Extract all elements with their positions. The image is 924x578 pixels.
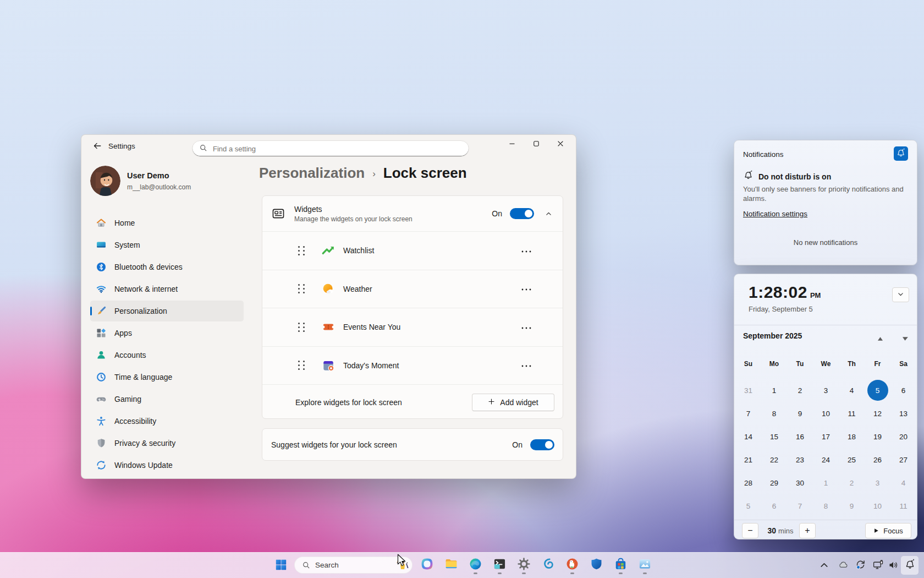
calendar-day[interactable]: 2: [787, 379, 813, 402]
calendar-day[interactable]: 28: [735, 471, 761, 494]
drag-handle-icon[interactable]: [298, 284, 305, 293]
focus-minus-button[interactable]: −: [742, 523, 758, 538]
calendar-day[interactable]: 27: [890, 448, 916, 471]
do-not-disturb-button[interactable]: [894, 146, 908, 161]
calendar-day[interactable]: 10: [813, 402, 839, 425]
calendar-day[interactable]: 24: [813, 448, 839, 471]
sidebar-item-accessibility[interactable]: Accessibility: [90, 411, 244, 432]
start-button[interactable]: [272, 557, 289, 574]
calendar-day[interactable]: 3: [813, 379, 839, 402]
calendar-day[interactable]: 26: [865, 448, 890, 471]
settings-app-button[interactable]: [516, 555, 531, 575]
calendar-day[interactable]: 19: [865, 425, 890, 448]
maximize-button[interactable]: [524, 135, 548, 154]
defender-button[interactable]: [588, 555, 604, 575]
calendar-day[interactable]: 9: [839, 494, 865, 517]
more-options-button[interactable]: [519, 282, 534, 295]
calendar-day[interactable]: 4: [890, 471, 916, 494]
calendar-day[interactable]: 6: [761, 494, 787, 517]
network-tray-icon[interactable]: [871, 559, 884, 572]
taskbar-search[interactable]: Search ♪: [294, 557, 413, 574]
sidebar-item-apps[interactable]: Apps: [90, 323, 244, 343]
breadcrumb-parent[interactable]: Personalization: [259, 165, 365, 182]
calendar-day[interactable]: 12: [865, 402, 890, 425]
settings-search-box[interactable]: [192, 140, 469, 157]
notification-bell-button[interactable]: [901, 556, 919, 575]
back-button[interactable]: [89, 139, 106, 154]
widgets-toggle[interactable]: [510, 208, 534, 219]
calendar-prev-button[interactable]: [876, 334, 884, 344]
more-options-button[interactable]: [519, 359, 534, 372]
add-widget-button[interactable]: Add widget: [472, 394, 554, 411]
close-button[interactable]: [548, 135, 573, 154]
calendar-day[interactable]: 25: [839, 448, 865, 471]
sidebar-item-time-language[interactable]: Time & language: [90, 367, 244, 388]
calendar-day[interactable]: 14: [735, 425, 761, 448]
file-explorer-button[interactable]: [443, 555, 459, 575]
calendar-day[interactable]: 8: [761, 402, 787, 425]
update-tray-icon[interactable]: [854, 559, 867, 572]
calendar-next-button[interactable]: [901, 334, 909, 344]
sidebar-item-network-internet[interactable]: Network & internet: [90, 279, 244, 299]
focus-button[interactable]: Focus: [865, 523, 911, 538]
calendar-day[interactable]: 7: [787, 494, 813, 517]
calendar-day[interactable]: 4: [839, 379, 865, 402]
chevron-up-icon[interactable]: [542, 207, 555, 220]
copilot-button[interactable]: [419, 555, 435, 575]
calendar-day[interactable]: 22: [761, 448, 787, 471]
onedrive-tray-icon[interactable]: [837, 559, 850, 572]
calendar-day[interactable]: 11: [839, 402, 865, 425]
calendar-day[interactable]: 1: [813, 471, 839, 494]
calendar-day[interactable]: 3: [865, 471, 890, 494]
sidebar-item-home[interactable]: Home: [90, 212, 244, 233]
calendar-day[interactable]: 9: [787, 402, 813, 425]
sidebar-item-accounts[interactable]: Accounts: [90, 345, 244, 366]
calendar-day[interactable]: 16: [787, 425, 813, 448]
sidebar-item-bluetooth-devices[interactable]: Bluetooth & devices: [90, 257, 244, 277]
shell-app-button[interactable]: [540, 555, 556, 575]
calendar-day[interactable]: 7: [735, 402, 761, 425]
calendar-day[interactable]: 2: [839, 471, 865, 494]
calendar-day[interactable]: 20: [890, 425, 916, 448]
calendar-day[interactable]: 23: [787, 448, 813, 471]
calendar-day[interactable]: 31: [735, 379, 761, 402]
edge-button[interactable]: [468, 555, 483, 575]
calendar-day[interactable]: 30: [787, 471, 813, 494]
sidebar-item-gaming[interactable]: Gaming: [90, 389, 244, 410]
photos-button[interactable]: [637, 555, 652, 575]
calendar-day[interactable]: 29: [761, 471, 787, 494]
calendar-day-selected[interactable]: 5: [865, 379, 890, 402]
terminal-button[interactable]: [492, 555, 507, 575]
minimize-button[interactable]: [500, 135, 524, 154]
avatar[interactable]: [90, 166, 120, 196]
calendar-day[interactable]: 18: [839, 425, 865, 448]
store-button[interactable]: [613, 555, 628, 575]
more-options-button[interactable]: [519, 321, 534, 334]
tray-chevron-up-button[interactable]: [817, 559, 831, 572]
calendar-day[interactable]: 1: [761, 379, 787, 402]
calendar-collapse-button[interactable]: [892, 287, 909, 302]
calendar-day[interactable]: 10: [865, 494, 890, 517]
calendar-day[interactable]: 15: [761, 425, 787, 448]
calendar-day[interactable]: 5: [735, 494, 761, 517]
calendar-day[interactable]: 6: [890, 379, 916, 402]
settings-search-input[interactable]: [212, 144, 462, 154]
widgets-header[interactable]: Widgets Manage the widgets on your lock …: [262, 196, 563, 231]
sidebar-item-system[interactable]: System: [90, 235, 244, 255]
calendar-day[interactable]: 8: [813, 494, 839, 517]
drag-handle-icon[interactable]: [298, 246, 305, 255]
more-options-button[interactable]: [519, 244, 534, 257]
calendar-day[interactable]: 17: [813, 425, 839, 448]
sidebar-item-personalization[interactable]: Personalization: [90, 301, 244, 321]
calendar-day[interactable]: 21: [735, 448, 761, 471]
drag-handle-icon[interactable]: [298, 323, 305, 332]
sidebar-item-privacy-security[interactable]: Privacy & security: [90, 433, 244, 454]
volume-tray-icon[interactable]: [887, 559, 900, 572]
calendar-day[interactable]: 13: [890, 402, 916, 425]
suggest-widgets-toggle[interactable]: [530, 439, 554, 450]
sidebar-item-windows-update[interactable]: Windows Update: [90, 455, 244, 476]
duckduckgo-button[interactable]: [564, 555, 580, 575]
notification-settings-link[interactable]: Notification settings: [743, 210, 807, 218]
focus-plus-button[interactable]: +: [799, 523, 816, 538]
drag-handle-icon[interactable]: [298, 361, 305, 370]
